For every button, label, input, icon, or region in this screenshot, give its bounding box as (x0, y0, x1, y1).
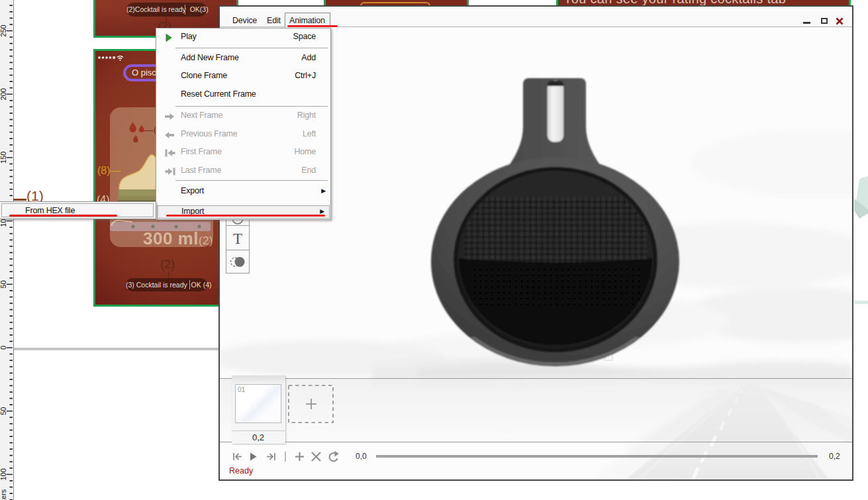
svg-text:150: 150 (0, 152, 7, 164)
svg-text:250: 250 (0, 25, 7, 36)
svg-text:50: 50 (0, 280, 7, 288)
svg-text:ters: ters (0, 489, 7, 500)
svg-text:100: 100 (0, 468, 7, 480)
svg-text:200: 200 (0, 88, 7, 100)
svg-text:0: 0 (0, 346, 7, 350)
svg-text:T: T (233, 230, 242, 247)
svg-text:50: 50 (0, 407, 7, 415)
